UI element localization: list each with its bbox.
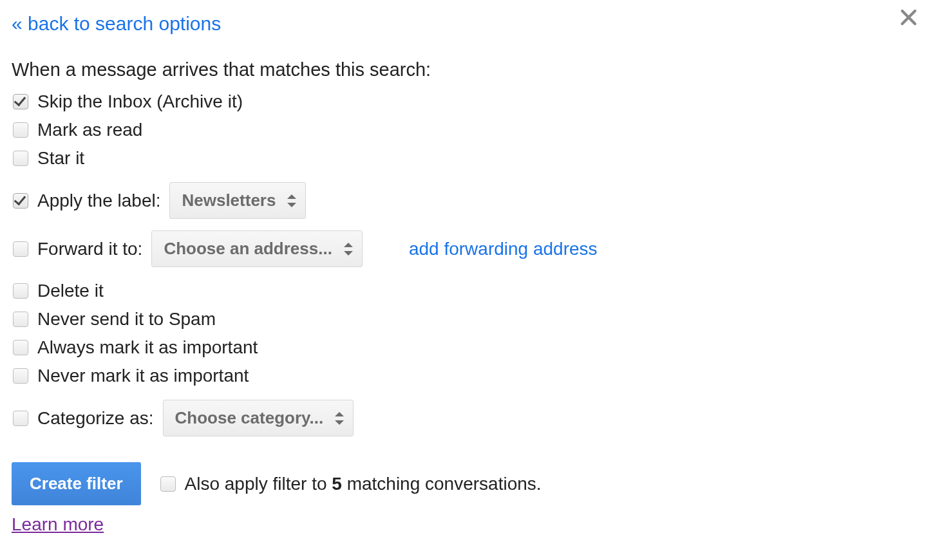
- option-categorize: Categorize as: Choose category...: [12, 400, 923, 436]
- label-delete: Delete it: [37, 281, 104, 301]
- learn-more-link[interactable]: Learn more: [12, 514, 104, 535]
- checkbox-categorize[interactable]: [13, 411, 28, 426]
- label-never-important: Never mark it as important: [37, 366, 249, 386]
- option-star-it: Star it: [12, 146, 923, 171]
- checkbox-forward[interactable]: [13, 241, 28, 257]
- checkbox-skip-inbox[interactable]: [13, 94, 28, 109]
- checkbox-star-it[interactable]: [13, 151, 28, 166]
- also-apply-suffix: matching conversations.: [342, 474, 542, 494]
- footer-row: Create filter Also apply filter to 5 mat…: [12, 462, 923, 505]
- also-apply-text: Also apply filter to 5 matching conversa…: [185, 474, 542, 494]
- select-forward-value: Choose an address...: [164, 238, 332, 260]
- option-never-spam: Never send it to Spam: [12, 307, 923, 331]
- checkbox-mark-read[interactable]: [13, 122, 28, 138]
- option-always-important: Always mark it as important: [12, 335, 923, 360]
- panel-heading: When a message arrives that matches this…: [12, 59, 923, 80]
- checkbox-apply-label[interactable]: [13, 193, 28, 209]
- option-apply-label: Apply the label: Newsletters: [12, 182, 923, 219]
- checkbox-also-apply[interactable]: [160, 476, 176, 492]
- back-to-search-link[interactable]: « back to search options: [12, 13, 221, 35]
- match-count: 5: [332, 474, 342, 494]
- label-skip-inbox: Skip the Inbox (Archive it): [37, 91, 243, 112]
- checkbox-always-important[interactable]: [13, 340, 28, 355]
- checkbox-delete[interactable]: [13, 283, 28, 299]
- checkbox-never-important[interactable]: [13, 368, 28, 384]
- label-star-it: Star it: [37, 148, 84, 169]
- checkbox-never-spam[interactable]: [13, 312, 28, 327]
- label-mark-read: Mark as read: [37, 120, 142, 140]
- close-button[interactable]: [898, 6, 920, 28]
- select-category-value: Choose category...: [175, 407, 324, 429]
- updown-icon: [335, 412, 344, 425]
- label-always-important: Always mark it as important: [37, 337, 258, 358]
- label-forward: Forward it to:: [37, 239, 142, 259]
- updown-icon: [344, 243, 353, 256]
- label-apply-label: Apply the label:: [37, 191, 160, 211]
- option-mark-read: Mark as read: [12, 118, 923, 142]
- option-delete: Delete it: [12, 279, 923, 303]
- option-forward: Forward it to: Choose an address... add …: [12, 230, 923, 267]
- close-icon: [898, 6, 920, 28]
- label-never-spam: Never send it to Spam: [37, 309, 216, 330]
- label-categorize: Categorize as:: [37, 408, 154, 429]
- also-apply-container: Also apply filter to 5 matching conversa…: [159, 474, 542, 494]
- option-skip-inbox: Skip the Inbox (Archive it): [12, 89, 923, 114]
- updown-icon: [287, 194, 296, 207]
- select-forward-address[interactable]: Choose an address...: [151, 230, 363, 267]
- select-label-value: Newsletters: [182, 189, 276, 212]
- option-never-important: Never mark it as important: [12, 364, 923, 388]
- filter-actions-panel: « back to search options When a message …: [0, 0, 935, 535]
- create-filter-button[interactable]: Create filter: [12, 462, 141, 505]
- select-label[interactable]: Newsletters: [169, 182, 306, 219]
- select-category[interactable]: Choose category...: [163, 400, 354, 436]
- add-forwarding-address-link[interactable]: add forwarding address: [409, 239, 598, 259]
- also-apply-prefix: Also apply filter to: [185, 474, 332, 494]
